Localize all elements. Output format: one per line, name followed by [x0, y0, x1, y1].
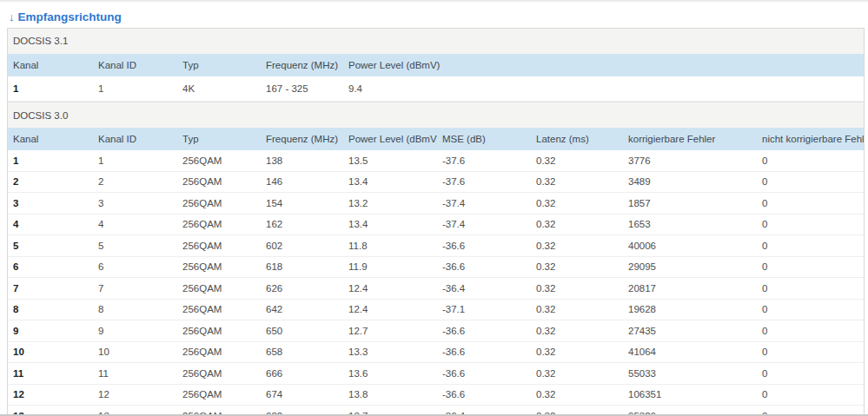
- cell: 13.5: [343, 150, 437, 172]
- cell: 6: [8, 256, 93, 278]
- cell: 12.4: [343, 278, 437, 300]
- cell: 256QAM: [177, 320, 261, 342]
- cell: 0.32: [531, 299, 623, 320]
- cell: 0: [757, 299, 864, 320]
- cell: 13.2: [343, 193, 437, 215]
- cell: 6: [93, 256, 177, 278]
- cell: 1: [8, 150, 93, 172]
- cell: 626: [261, 278, 343, 300]
- cell: 256QAM: [177, 235, 261, 257]
- cell: 12: [93, 384, 177, 406]
- cell: 7: [8, 278, 93, 300]
- cell: 0.32: [531, 214, 623, 235]
- cell: 256QAM: [177, 384, 261, 406]
- cell: 0.32: [531, 384, 623, 406]
- cell: 13.8: [343, 384, 437, 406]
- column-header: Kanal ID: [93, 54, 177, 76]
- cell: 12.7: [343, 320, 437, 342]
- table-row: 88256QAM64212.4-37.10.32196280: [8, 299, 864, 320]
- cell: 8: [93, 299, 177, 320]
- table-row: 1212256QAM67413.8-36.60.321063510: [8, 384, 864, 406]
- cell: 20817: [623, 278, 757, 300]
- cell: 154: [261, 193, 343, 215]
- cell: 666: [261, 363, 343, 385]
- cell: 19628: [623, 299, 757, 320]
- cell: 10: [8, 341, 93, 363]
- cell: 256QAM: [177, 341, 261, 363]
- cell: 10: [93, 341, 177, 363]
- column-header: Power Level (dBmV): [343, 54, 864, 76]
- cell: 674: [261, 384, 343, 406]
- cell: -37.4: [437, 214, 531, 235]
- cell: 162: [261, 214, 343, 235]
- cell: 3: [93, 193, 177, 215]
- table-row: 114K167 - 3259.4: [8, 76, 864, 101]
- cell: 642: [261, 299, 343, 320]
- table-row: 77256QAM62612.4-36.40.32208170: [8, 278, 864, 300]
- table-row: 1111256QAM66613.6-36.60.32550330: [8, 363, 864, 385]
- column-header: nicht korrigierbare Fehler: [757, 128, 864, 150]
- column-header: Power Level (dBmV): [343, 128, 437, 150]
- cell: -36.4: [437, 278, 531, 300]
- cell: 0: [757, 235, 864, 257]
- cell: 3: [8, 193, 93, 215]
- section-title-empfangsrichtung[interactable]: ↓ Empfangsrichtung: [0, 2, 868, 26]
- cell: 3489: [623, 171, 757, 193]
- cell: 12.4: [343, 299, 437, 320]
- cell: 5: [8, 235, 93, 257]
- cell: -37.1: [437, 299, 531, 320]
- arrow-down-icon: ↓: [9, 10, 15, 23]
- cell: 0: [757, 363, 864, 385]
- table-row: 44256QAM16213.4-37.40.3216530: [8, 214, 864, 235]
- cell: 11.8: [343, 235, 437, 257]
- cell: 0.32: [531, 256, 623, 278]
- table-row: 33256QAM15413.2-37.40.3218570: [8, 193, 864, 215]
- cell: 256QAM: [177, 256, 261, 278]
- cell: -37.4: [437, 193, 531, 215]
- table-row: 99256QAM65012.7-36.60.32274350: [8, 320, 864, 342]
- cell: 13.4: [343, 214, 437, 235]
- cell: 256QAM: [177, 171, 261, 193]
- cell: 0: [757, 320, 864, 342]
- section-header-docsis31: DOCSIS 3.1: [8, 29, 864, 54]
- cell: 41064: [623, 341, 757, 363]
- cell: 618: [261, 256, 343, 278]
- column-header: Typ: [177, 128, 261, 150]
- cell: 256QAM: [177, 214, 261, 235]
- page-title-label: Empfangsrichtung: [18, 10, 122, 23]
- cell: 12: [8, 384, 93, 406]
- cell: 602: [261, 235, 343, 257]
- cell: 0.32: [531, 235, 623, 257]
- cell: 1: [93, 150, 177, 172]
- cell: 2: [8, 171, 93, 193]
- cell: 0.32: [531, 193, 623, 215]
- table-row: 55256QAM60211.8-36.60.32400060: [8, 235, 864, 257]
- column-header: Frequenz (MHz): [261, 54, 343, 76]
- cell: 138: [261, 150, 343, 172]
- cell: 13.3: [343, 341, 437, 363]
- cell: 8: [8, 299, 93, 320]
- cell: 0.32: [531, 278, 623, 300]
- cell: 256QAM: [177, 363, 261, 385]
- cell: 0.32: [531, 171, 623, 193]
- cell: 9.4: [343, 76, 864, 101]
- cell: 0.32: [531, 363, 623, 385]
- column-header: Kanal: [8, 128, 93, 150]
- cell: 27435: [623, 320, 757, 342]
- cell: 2: [93, 171, 177, 193]
- cell: -36.6: [437, 384, 531, 406]
- channels-panel: DOCSIS 3.1 KanalKanal IDTypFrequenz (MHz…: [7, 28, 865, 416]
- cell: 0: [757, 214, 864, 235]
- cell: 4: [8, 214, 93, 235]
- cell: 1: [8, 76, 93, 101]
- cell: 1: [93, 76, 177, 101]
- column-header: Frequenz (MHz): [261, 128, 343, 150]
- cell: 29095: [623, 256, 757, 278]
- cell: 9: [8, 320, 93, 342]
- cell: -37.6: [437, 150, 531, 172]
- cell: 146: [261, 171, 343, 193]
- cell: 13.6: [343, 363, 437, 385]
- cell: -36.6: [437, 256, 531, 278]
- cell: 55033: [623, 363, 757, 385]
- cell: 167 - 325: [261, 76, 343, 101]
